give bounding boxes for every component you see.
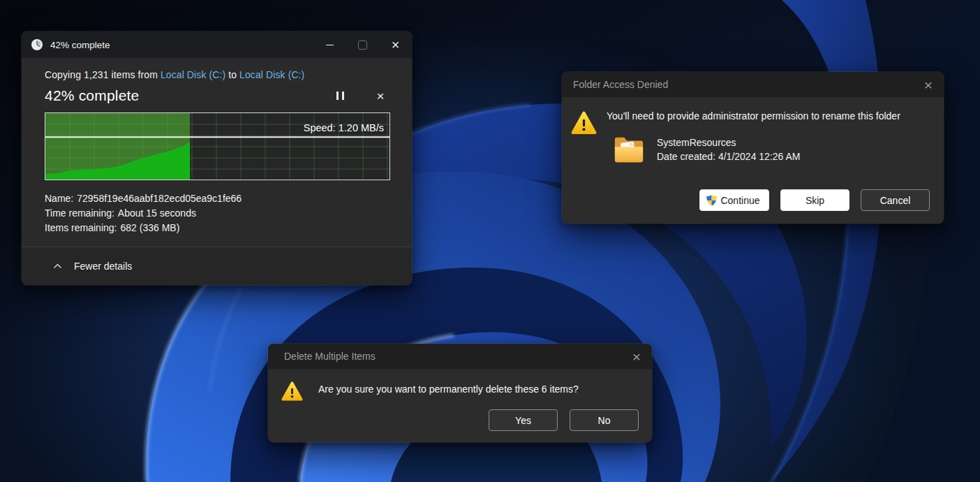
speed-chart: Speed: 1.20 MB/s <box>45 112 390 180</box>
skip-label: Skip <box>805 195 824 206</box>
continue-label: Continue <box>720 195 759 206</box>
folder-access-denied-dialog: Folder Access Denied × You'll need to pr… <box>562 72 944 224</box>
destination-link[interactable]: Local Disk (C:) <box>239 69 304 80</box>
transfer-details: Name:72958f19e46aabf182ecd05ea9c1fe66 Ti… <box>45 191 389 235</box>
detail-label: Items remaining: <box>45 222 117 233</box>
detail-value: About 15 seconds <box>118 207 196 219</box>
cancel-icon: × <box>376 89 384 103</box>
details-toggle-label: Fewer details <box>74 261 132 272</box>
copy-status-line: Copying 1,231 items from Local Disk (C:)… <box>45 69 389 80</box>
titlebar[interactable]: Delete Multiple Items × <box>268 344 652 369</box>
speed-label: Speed: 1.20 MB/s <box>304 122 384 133</box>
maximize-button[interactable] <box>346 31 379 58</box>
progress-heading: 42% complete <box>45 87 139 104</box>
continue-button[interactable]: Continue <box>699 189 769 211</box>
detail-row: Items remaining:682 (336 MB) <box>45 221 389 235</box>
window-title: 42% complete <box>50 40 110 50</box>
minimize-icon <box>326 45 334 45</box>
titlebar[interactable]: Folder Access Denied × <box>562 72 944 97</box>
close-icon: × <box>392 38 400 52</box>
dialog-message: You'll need to provide administrator per… <box>607 110 900 122</box>
dialog-message: Are you sure you want to permanently del… <box>318 384 579 395</box>
detail-value: 682 (336 MB) <box>120 222 179 233</box>
skip-button[interactable]: Skip <box>780 189 849 211</box>
warning-icon <box>281 381 303 402</box>
close-icon: × <box>632 349 641 364</box>
chevron-up-icon <box>53 263 62 269</box>
detail-row: Time remaining:About 15 seconds <box>45 206 389 221</box>
cancel-label: Cancel <box>880 195 911 206</box>
titlebar[interactable]: 42% complete × <box>22 31 412 58</box>
close-button[interactable]: × <box>632 349 641 364</box>
detail-value: 72958f19e46aabf182ecd05ea9c1fe66 <box>77 193 242 204</box>
source-link[interactable]: Local Disk (C:) <box>161 69 225 80</box>
folder-name: SystemResources <box>657 136 800 149</box>
folder-date-created: Date created: 4/1/2024 12:26 AM <box>657 149 800 163</box>
copy-progress-window: 42% complete × Copying 1,231 items from … <box>22 31 412 285</box>
detail-label: Name: <box>45 193 73 204</box>
minimize-button[interactable] <box>313 31 346 58</box>
delete-confirm-dialog: Delete Multiple Items × Are you sure you… <box>268 344 652 442</box>
copy-line-prefix: Copying 1,231 items from <box>45 69 161 80</box>
file-operation-clock-icon <box>31 38 43 51</box>
uac-shield-icon <box>706 194 718 207</box>
cancel-copy-button[interactable]: × <box>372 87 389 104</box>
folder-icon <box>613 134 645 165</box>
dialog-title: Folder Access Denied <box>573 79 668 90</box>
close-icon: × <box>924 78 933 92</box>
pause-icon <box>336 92 344 100</box>
maximize-icon <box>358 41 367 50</box>
pause-button[interactable] <box>332 87 348 104</box>
warning-icon <box>571 110 597 136</box>
dialog-title: Delete Multiple Items <box>284 351 376 362</box>
detail-row: Name:72958f19e46aabf182ecd05ea9c1fe66 <box>45 191 389 206</box>
no-button[interactable]: No <box>570 409 639 431</box>
desktop: { "icons": { "close_glyph": "×", "titleb… <box>0 0 980 482</box>
no-label: No <box>598 415 611 426</box>
yes-button[interactable]: Yes <box>489 409 558 431</box>
folder-row: SystemResources Date created: 4/1/2024 1… <box>613 134 900 165</box>
close-button[interactable]: × <box>924 78 933 92</box>
details-toggle[interactable]: Fewer details <box>22 247 412 285</box>
cancel-button[interactable]: Cancel <box>861 189 930 211</box>
close-button[interactable]: × <box>379 31 412 58</box>
copy-line-middle: to <box>225 69 239 80</box>
detail-label: Time remaining: <box>45 207 114 219</box>
yes-label: Yes <box>515 415 531 426</box>
